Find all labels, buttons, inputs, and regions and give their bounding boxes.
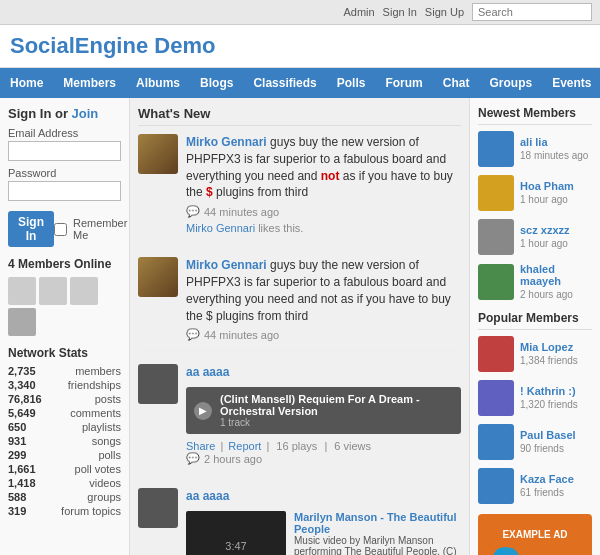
online-avatar-1[interactable] — [8, 277, 36, 305]
feed-like-user-1[interactable]: Mirko Gennari — [186, 222, 255, 234]
stat-row: 5,649comments — [8, 406, 121, 420]
email-label: Email Address — [8, 127, 121, 139]
newest-member-name[interactable]: ali lia — [520, 136, 588, 148]
nav-events[interactable]: Events — [542, 68, 600, 98]
online-avatar-2[interactable] — [39, 277, 67, 305]
feed-avatar-1[interactable] — [138, 134, 178, 174]
feed-user-link-1[interactable]: Mirko Gennari — [186, 135, 267, 149]
feed-text-1: Mirko Gennari guys buy the new version o… — [186, 134, 461, 201]
password-label: Password — [8, 167, 121, 179]
password-input[interactable] — [8, 181, 121, 201]
feed-user-link-2[interactable]: Mirko Gennari — [186, 258, 267, 272]
stat-number: 931 — [8, 435, 26, 447]
feed-user-link-4[interactable]: aa aaaa — [186, 489, 229, 503]
popular-member-friends: 1,384 friends — [520, 355, 578, 366]
network-stats-section: Network Stats 2,735members3,340friendshi… — [8, 346, 121, 518]
feed-title-3: aa aaaa — [186, 364, 461, 381]
feed-avatar-2[interactable] — [138, 257, 178, 297]
report-link-3[interactable]: Report — [228, 440, 261, 452]
email-input[interactable] — [8, 141, 121, 161]
music-info: (Clint Mansell) Requiem For A Dream - Or… — [220, 393, 453, 428]
nav-members[interactable]: Members — [53, 68, 126, 98]
online-avatars — [8, 277, 121, 336]
newest-member-name[interactable]: khaled maayeh — [520, 263, 592, 287]
search-input[interactable] — [472, 3, 592, 21]
stat-label: videos — [89, 477, 121, 489]
media-content-4: 3:47 Marilyn Manson - The Beautiful Peop… — [186, 511, 461, 555]
newest-member-name[interactable]: Hoa Pham — [520, 180, 574, 192]
stat-row: 3,340friendships — [8, 378, 121, 392]
nav-groups[interactable]: Groups — [479, 68, 542, 98]
popular-member-item: Mia Lopez 1,384 friends — [478, 336, 592, 372]
popular-member-name[interactable]: Kaza Face — [520, 473, 574, 485]
popular-member-name[interactable]: Mia Lopez — [520, 341, 578, 353]
stat-label: playlists — [82, 421, 121, 433]
nav-blogs[interactable]: Blogs — [190, 68, 243, 98]
feed-body-4: aa aaaa 3:47 Marilyn Manson - The Beauti… — [186, 488, 461, 555]
popular-member-info: Kaza Face 61 friends — [520, 473, 574, 499]
signin-box: Sign In or Join Email Address Password S… — [8, 106, 121, 247]
popular-member-avatar[interactable] — [478, 424, 514, 460]
stats-list: 2,735members3,340friendships76,816posts5… — [8, 364, 121, 518]
stat-row: 650playlists — [8, 420, 121, 434]
nav-chat[interactable]: Chat — [433, 68, 480, 98]
stat-row: 1,418videos — [8, 476, 121, 490]
join-link[interactable]: Join — [72, 106, 99, 121]
nav-home[interactable]: Home — [0, 68, 53, 98]
feed-item-4: aa aaaa 3:47 Marilyn Manson - The Beauti… — [138, 488, 461, 555]
music-player: ▶ (Clint Mansell) Requiem For A Dream - … — [186, 387, 461, 434]
newest-member-avatar[interactable] — [478, 131, 514, 167]
nav-forum[interactable]: Forum — [375, 68, 432, 98]
stat-number: 2,735 — [8, 365, 36, 377]
video-link-4[interactable]: Marilyn Manson - The Beautiful People — [294, 511, 457, 535]
nav-albums[interactable]: Albums — [126, 68, 190, 98]
stat-row: 931songs — [8, 434, 121, 448]
popular-member-friends: 1,320 friends — [520, 399, 578, 410]
popular-member-avatar[interactable] — [478, 468, 514, 504]
main-content: Sign In or Join Email Address Password S… — [0, 98, 600, 555]
feed-avatar-4[interactable] — [138, 488, 178, 528]
stat-number: 76,816 — [8, 393, 42, 405]
newest-member-avatar[interactable] — [478, 175, 514, 211]
content-middle: What's New Mirko Gennari guys buy the ne… — [130, 98, 470, 555]
newest-member-time: 18 minutes ago — [520, 150, 588, 161]
newest-member-info: Hoa Pham 1 hour ago — [520, 180, 574, 206]
stat-row: 299polls — [8, 448, 121, 462]
signin-link[interactable]: Sign In — [383, 6, 417, 18]
signup-link[interactable]: Sign Up — [425, 6, 464, 18]
remember-checkbox[interactable] — [54, 223, 67, 236]
newest-members-heading: Newest Members — [478, 106, 592, 125]
newest-member-avatar[interactable] — [478, 264, 514, 300]
newest-member-avatar[interactable] — [478, 219, 514, 255]
signin-button[interactable]: Sign In — [8, 211, 54, 247]
popular-member-info: ! Kathrin :) 1,320 friends — [520, 385, 578, 411]
nav-polls[interactable]: Polls — [327, 68, 376, 98]
popular-member-avatar[interactable] — [478, 336, 514, 372]
online-avatar-3[interactable] — [70, 277, 98, 305]
popular-member-avatar[interactable] — [478, 380, 514, 416]
popular-member-name[interactable]: Paul Basel — [520, 429, 576, 441]
newest-member-info: ali lia 18 minutes ago — [520, 136, 588, 162]
stat-number: 319 — [8, 505, 26, 517]
stat-row: 2,735members — [8, 364, 121, 378]
newest-member-time: 2 hours ago — [520, 289, 573, 300]
feed-avatar-3[interactable] — [138, 364, 178, 404]
nav-classifieds[interactable]: Classifieds — [243, 68, 326, 98]
main-nav: Home Members Albums Blogs Classifieds Po… — [0, 68, 600, 98]
play-button[interactable]: ▶ — [194, 402, 212, 420]
signin-heading: Sign In or Join — [8, 106, 121, 121]
feed-title-4: aa aaaa — [186, 488, 461, 505]
stat-row: 76,816posts — [8, 392, 121, 406]
feed-user-link-3[interactable]: aa aaaa — [186, 365, 229, 379]
newest-member-name[interactable]: scz xzxzz — [520, 224, 570, 236]
popular-member-name[interactable]: ! Kathrin :) — [520, 385, 578, 397]
popular-member-item: Paul Basel 90 friends — [478, 424, 592, 460]
socialengine-logo-icon — [489, 544, 524, 555]
newest-member-info: scz xzxzz 1 hour ago — [520, 224, 570, 250]
online-avatar-4[interactable] — [8, 308, 36, 336]
stat-number: 650 — [8, 421, 26, 433]
video-thumb-4[interactable]: 3:47 — [186, 511, 286, 555]
admin-link[interactable]: Admin — [343, 6, 374, 18]
members-online-section: 4 Members Online — [8, 257, 121, 336]
share-link-3[interactable]: Share — [186, 440, 215, 452]
